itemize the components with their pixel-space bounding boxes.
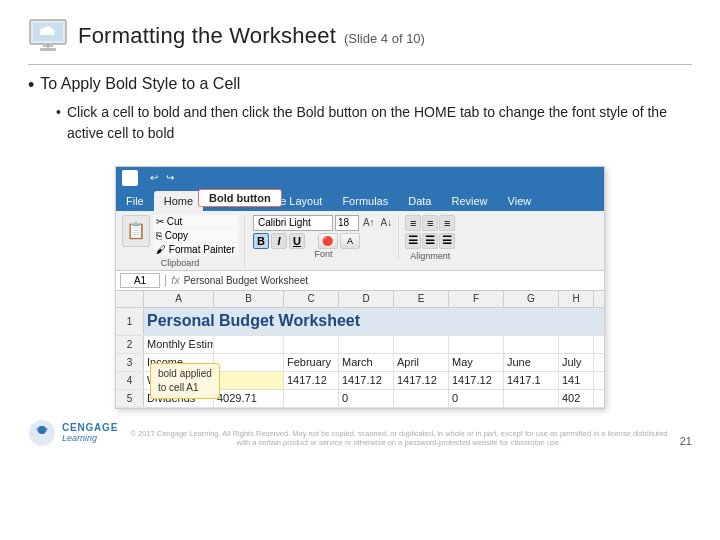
fx-label: fx: [171, 274, 180, 286]
formula-bar: | fx Personal Budget Worksheet: [116, 271, 604, 291]
fill-color-button[interactable]: 🔴: [318, 233, 338, 249]
align-center-button[interactable]: ☰: [422, 233, 438, 249]
slide-subtitle: (Slide 4 of 10): [344, 31, 425, 46]
bold-tooltip: Bold button: [198, 189, 282, 207]
page-number: 21: [680, 435, 692, 447]
alignment-group: ≡ ≡ ≡ ☰ ☰ ☰ Alignment: [403, 215, 461, 261]
font-size-input[interactable]: [335, 215, 359, 231]
align-top-button[interactable]: ≡: [405, 215, 421, 231]
row-header-2: 2: [116, 336, 144, 353]
row-header-4: 4: [116, 372, 144, 389]
col-header-a: A: [144, 291, 214, 307]
cell-d4[interactable]: 1417.12: [339, 372, 394, 389]
cengage-text: CENGAGE Learning: [62, 422, 118, 443]
cell-h2[interactable]: [559, 336, 594, 353]
copyright-text: © 2017 Cengage Learning. All Rights Rese…: [118, 429, 680, 447]
excel-screenshot: ↩ ↪ File Home Insert Page Layout Formula…: [115, 166, 605, 409]
align-left-button[interactable]: ☰: [405, 233, 421, 249]
spreadsheet-grid: A B C D E F G H 1 Personal Budget Worksh…: [116, 291, 604, 408]
cell-g4[interactable]: 1417.1: [504, 372, 559, 389]
font-increase-button[interactable]: A↑: [361, 217, 377, 228]
slide-title: Formatting the Worksheet: [78, 23, 336, 49]
font-row2: B I U 🔴 A: [253, 233, 394, 249]
cell-g5[interactable]: [504, 390, 559, 407]
tab-formulas[interactable]: Formulas: [332, 191, 398, 211]
align-bottom-button[interactable]: ≡: [439, 215, 455, 231]
cell-g3[interactable]: June: [504, 354, 559, 371]
formula-input[interactable]: Personal Budget Worksheet: [184, 275, 600, 286]
col-header-e: E: [394, 291, 449, 307]
header-divider: [28, 64, 692, 65]
tab-data[interactable]: Data: [398, 191, 441, 211]
tab-view[interactable]: View: [498, 191, 542, 211]
format-painter-button[interactable]: 🖌 Format Painter: [153, 243, 238, 256]
cell-g2[interactable]: [504, 336, 559, 353]
underline-button[interactable]: U: [289, 233, 305, 249]
alignment-label: Alignment: [410, 251, 450, 261]
cell-c4[interactable]: 1417.12: [284, 372, 339, 389]
bottom-area: CENGAGE Learning © 2017 Cengage Learning…: [28, 419, 692, 447]
cell-f4[interactable]: 1417.12: [449, 372, 504, 389]
cell-d3[interactable]: March: [339, 354, 394, 371]
tab-file[interactable]: File: [116, 191, 154, 211]
save-icon: [122, 170, 138, 186]
cengage-logo: CENGAGE Learning: [28, 419, 118, 447]
header-area: Formatting the Worksheet (Slide 4 of 10): [28, 18, 692, 54]
cengage-name: CENGAGE: [62, 422, 118, 433]
paste-button[interactable]: 📋: [122, 215, 150, 247]
cell-e4[interactable]: 1417.12: [394, 372, 449, 389]
redo-icon: ↪: [166, 172, 174, 183]
cell-d5[interactable]: 0: [339, 390, 394, 407]
ribbon-content: Bold button 📋 ✂ Cut ⎘ Copy 🖌 Format Pain…: [116, 211, 604, 271]
cell-e3[interactable]: April: [394, 354, 449, 371]
monitor-icon: [28, 18, 68, 54]
bullet-sub-dot: •: [56, 102, 61, 123]
font-row1: A↑ A↓: [253, 215, 394, 231]
undo-icon: ↩: [150, 172, 158, 183]
font-decrease-button[interactable]: A↓: [379, 217, 395, 228]
col-header-d: D: [339, 291, 394, 307]
font-color-button[interactable]: A: [340, 233, 360, 249]
tab-review[interactable]: Review: [441, 191, 497, 211]
cell-b3[interactable]: [214, 354, 284, 371]
cell-f5[interactable]: 0: [449, 390, 504, 407]
cell-b4[interactable]: [214, 372, 284, 389]
slide-container: Formatting the Worksheet (Slide 4 of 10)…: [0, 0, 720, 540]
table-row: 2 Monthly Estimates: [116, 336, 604, 354]
cell-b2[interactable]: [214, 336, 284, 353]
clipboard-small-buttons: ✂ Cut ⎘ Copy 🖌 Format Painter: [153, 215, 238, 256]
cell-h4[interactable]: 141: [559, 372, 594, 389]
clipboard-group: 📋 ✂ Cut ⎘ Copy 🖌 Format Painter Clipboar…: [120, 215, 245, 268]
col-header-g: G: [504, 291, 559, 307]
copy-button[interactable]: ⎘ Copy: [153, 229, 238, 242]
align-right-button[interactable]: ☰: [439, 233, 455, 249]
font-name-input[interactable]: [253, 215, 333, 231]
cell-reference-box[interactable]: [120, 273, 160, 288]
cell-h5[interactable]: 402: [559, 390, 594, 407]
cell-d2[interactable]: [339, 336, 394, 353]
bullet-main-text: To Apply Bold Style to a Cell: [40, 75, 240, 93]
cell-f2[interactable]: [449, 336, 504, 353]
bold-button[interactable]: B: [253, 233, 269, 249]
align-middle-button[interactable]: ≡: [422, 215, 438, 231]
cell-e2[interactable]: [394, 336, 449, 353]
svg-point-8: [38, 426, 46, 434]
cengage-icon: [28, 419, 56, 447]
corner-cell: [116, 291, 144, 307]
cell-f3[interactable]: May: [449, 354, 504, 371]
cut-button[interactable]: ✂ Cut: [153, 215, 238, 228]
italic-button[interactable]: I: [271, 233, 287, 249]
column-headers: A B C D E F G H: [116, 291, 604, 308]
cell-e5[interactable]: [394, 390, 449, 407]
excel-titlebar: ↩ ↪: [116, 167, 604, 189]
cell-c3[interactable]: February: [284, 354, 339, 371]
cell-c5[interactable]: [284, 390, 339, 407]
col-header-c: C: [284, 291, 339, 307]
tab-home[interactable]: Home: [154, 191, 203, 211]
cell-c2[interactable]: [284, 336, 339, 353]
cell-a1[interactable]: Personal Budget Worksheet: [144, 308, 544, 335]
cell-h3[interactable]: July: [559, 354, 594, 371]
cell-b5[interactable]: 4029.71: [214, 390, 284, 407]
cell-a2[interactable]: Monthly Estimates: [144, 336, 214, 353]
clipboard-label: Clipboard: [161, 258, 200, 268]
